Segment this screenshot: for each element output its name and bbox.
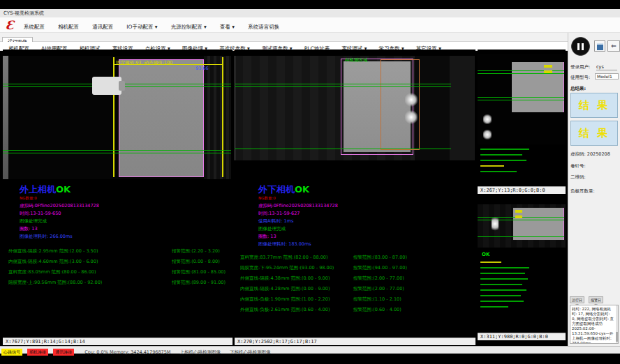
result-box-upper: 结 果 xyxy=(570,93,618,118)
pause-icon xyxy=(582,43,584,50)
mini-log-line xyxy=(480,306,508,308)
screen: { "window": { "title": "CYS-视觉检测系统" }, "… xyxy=(0,0,620,364)
tab-glow-spot xyxy=(492,215,499,232)
tab-glow-spot xyxy=(483,129,492,140)
tab-strip: 运行图像 xyxy=(0,33,620,42)
camera-image-small-bottom[interactable] xyxy=(478,204,566,248)
baseline-4 xyxy=(3,153,231,153)
electrode-region xyxy=(119,59,204,177)
alarm-range: 报警范围:(2.00 - 77.00) xyxy=(353,284,404,294)
alarm-range: 报警范围:(94.00 - 97.00) xyxy=(353,263,407,273)
camera-view-upper-outer[interactable]: 固定阈值:93, 动态阈值:100 93.66 外上相机OK NG数量:0 虚拟… xyxy=(3,50,232,345)
log-output-box[interactable]: 耗时: 222, 网络检测耗时: 17, 网络分割耗时: 0, 网络提取分割耗时… xyxy=(570,305,619,344)
baseline-2 xyxy=(478,220,564,220)
camera-image-lower-outer[interactable]: AI检测区域 xyxy=(235,56,475,160)
measure-value: 外侧直线-负极:2.61mm 范围:(0.60 - 4.00) xyxy=(240,305,353,315)
tab-glow-spot xyxy=(483,114,492,125)
width-overlay-value: 93.66 xyxy=(195,66,209,71)
mini-log-line xyxy=(480,171,517,172)
mini-ok-label: OK xyxy=(482,252,489,257)
baseline-3 xyxy=(235,149,451,149)
time-line: 时间:13-31-59-627 xyxy=(258,210,471,218)
export-button[interactable]: ⇐ xyxy=(607,40,620,52)
mini-log-line xyxy=(480,295,521,296)
mini-log-line xyxy=(480,278,528,280)
log-scrollbar[interactable] xyxy=(616,305,618,343)
camera-name-label: 外下相机 xyxy=(258,184,295,195)
camera-icon xyxy=(597,43,603,50)
log-title-row: 外下相机OK xyxy=(258,182,471,196)
overlay-value-chip xyxy=(515,210,522,213)
threshold-overlay-label: 固定阈值:93, 动态阈值:100 xyxy=(116,60,172,66)
alarm-range: 报警范围:(0.60 - 4.00) xyxy=(353,305,401,315)
tab-glow-spot xyxy=(405,110,418,124)
mini-log-line xyxy=(480,149,529,150)
image-background-stripes xyxy=(204,56,231,179)
mini-log-line xyxy=(480,154,522,156)
mini-log-small-bottom xyxy=(480,261,550,312)
ng-count-line: NG数量:0 xyxy=(258,196,471,200)
measurement-list: 外侧直线-隔膜:2.95mm 范围:(2.00 - 3.50)报警范围:(2.2… xyxy=(8,246,228,288)
measure-value: 外侧直线-隔膜:2.95mm 范围:(2.00 - 3.50) xyxy=(8,246,172,257)
result-log-lower-outer: 外下相机OK NG数量:0 虚拟码:0Ffline202502081331347… xyxy=(240,182,471,315)
virtual-code-line: 虚拟码:0Ffline20250208133134728 xyxy=(258,202,471,210)
alarm-range: 报警范围:(1.10 - 2.10) xyxy=(353,294,401,305)
measurement-row: 隔膜宽度-上:90.56mm 范围:(88.00 - 92.00)报警范围:(8… xyxy=(8,278,228,288)
cursor-readout-upper-outer: X:7677;Y:891;R:14;G:14;B:14 xyxy=(3,338,232,345)
model-input[interactable]: Model1 xyxy=(595,73,619,79)
tab-run-log[interactable]: 运行日志 xyxy=(570,296,584,303)
upper-camera-heartbeat-text: 上相机心跳检测图像 xyxy=(180,349,221,356)
baseline-4 xyxy=(478,100,564,100)
measure-line-vertical-left xyxy=(113,57,115,177)
lower-camera-heartbeat-text: 下相机心跳检测图像 xyxy=(230,349,271,356)
camera-view-lower-outer[interactable]: AI检测区域 外下相机OK NG数量:0 虚拟码:0Ffline20250208… xyxy=(235,50,475,345)
capture-button[interactable] xyxy=(594,40,605,52)
camera-image-small-top[interactable] xyxy=(478,54,566,144)
alarm-range: 报警范围:(0.00 - 8.00) xyxy=(172,257,220,267)
status-bar: 心跳信号 相机连接 通讯连接 Cpu: 0.0% Memory: 3424.41… xyxy=(0,346,620,354)
mini-log-line xyxy=(480,267,529,268)
image-edge-line xyxy=(235,56,235,160)
tab-alarm-log[interactable]: 报警日志 xyxy=(589,296,603,303)
round-count-line: 圈数: 13 xyxy=(258,233,471,241)
measure-value: 内侧直线-隔膜:4.28mm 范围:(0.00 - 9.00) xyxy=(240,284,353,294)
mini-log-line xyxy=(480,165,504,167)
comm-connection-badge: 通讯连接 xyxy=(53,349,74,356)
pause-button[interactable] xyxy=(571,37,590,56)
elapsed-line: 图像处理耗时: 183.00ms xyxy=(258,241,471,248)
measure-line-vertical-right xyxy=(222,57,223,177)
measurement-row: 外侧直线-隔膜:4.38mm 范围:(0.00 - 9.00)报警范围:(2.0… xyxy=(240,273,471,284)
result-ok-label: OK xyxy=(56,184,71,195)
overlay-value-chip xyxy=(544,65,552,68)
window-title: CYS-视觉检测系统 xyxy=(3,10,44,16)
mini-log-line xyxy=(480,160,526,161)
measurement-row: 外侧直线-负极:2.61mm 范围:(0.60 - 4.00)报警范围:(0.6… xyxy=(240,305,471,315)
total-result-label: 总结果: xyxy=(570,86,586,92)
cursor-readout-small-bottom: X:311;Y:980;R:0;G:0;B:0 xyxy=(478,333,566,340)
measurement-row: 直料宽度:83.05mm 范围:(80.00 - 86.00)报警范围:(81.… xyxy=(8,267,228,278)
measurement-row: 内侧直线-隔膜:4.28mm 范围:(0.00 - 9.00)报警范围:(2.0… xyxy=(240,284,471,294)
measurement-row: 隔膜宽度-下:95.24mm 范围:(93.00 - 98.00)报警范围:(9… xyxy=(240,263,471,273)
result-ok-label: OK xyxy=(295,184,309,195)
tab-glow-spot xyxy=(405,93,418,107)
login-user-label: 登录用户: xyxy=(570,64,590,70)
mini-log-line xyxy=(480,289,526,291)
elapsed-line: 图像处理耗时: 266.00ms xyxy=(20,233,228,241)
arrow-left-icon: ⇐ xyxy=(611,43,617,50)
camera-view-small-bottom[interactable]: OK X:311;Y:980;R:0;G:0;B:0 xyxy=(478,196,566,340)
alarm-range: 报警范围:(81.00 - 85.00) xyxy=(172,267,226,278)
menu-bar: Ɛ 系统配置 相机配置 通讯配置 IO手动配置 ▾ 光源控制配置 ▾ 查看 ▾ … xyxy=(0,17,620,33)
log-title-row: 外上相机OK xyxy=(20,182,228,196)
cpu-memory-readout: Cpu: 0.0% Memory: 3424.41796875M xyxy=(84,349,170,356)
camera-view-small-top[interactable]: X:267;Y:13;R:0;G:0;B:0 xyxy=(478,50,566,194)
log-scrollbar-thumb[interactable] xyxy=(616,332,618,342)
overlay-value-chip xyxy=(544,70,552,73)
connector-part xyxy=(92,77,121,95)
baseline-3 xyxy=(478,97,564,98)
virtual-code-line: 虚拟码:0Ffline20250208133134728 xyxy=(20,202,228,210)
baseline-3 xyxy=(3,150,231,151)
login-user-value[interactable]: cys xyxy=(596,64,617,70)
heartbeat-badge: 心跳信号 xyxy=(1,349,22,356)
measurement-row: 外侧直线-隔膜:2.95mm 范围:(2.00 - 3.50)报警范围:(2.2… xyxy=(8,246,228,257)
camera-image-upper-outer[interactable]: 固定阈值:93, 动态阈值:100 93.66 xyxy=(3,56,231,179)
